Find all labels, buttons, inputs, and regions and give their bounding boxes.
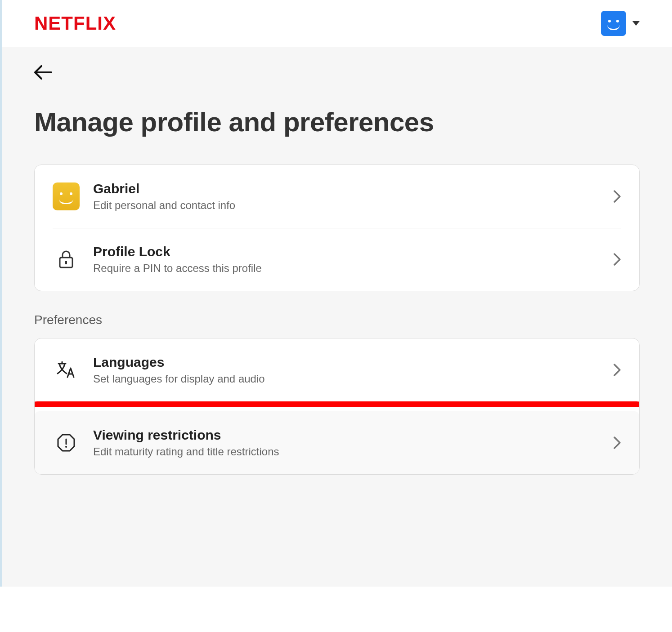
row-edit-profile[interactable]: Gabriel Edit personal and contact info bbox=[35, 165, 639, 228]
row-title: Gabriel bbox=[93, 181, 600, 196]
profile-card: Gabriel Edit personal and contact info P… bbox=[34, 165, 640, 291]
back-button[interactable] bbox=[34, 65, 52, 80]
row-subtitle: Set languages for display and audio bbox=[93, 373, 600, 385]
preferences-section-label: Preferences bbox=[34, 313, 640, 327]
row-languages[interactable]: Languages Set languages for display and … bbox=[35, 338, 639, 401]
warning-octagon-icon bbox=[53, 433, 80, 453]
row-text: Profile Lock Require a PIN to access thi… bbox=[93, 244, 600, 275]
current-profile-avatar bbox=[601, 11, 626, 36]
row-profile-lock[interactable]: Profile Lock Require a PIN to access thi… bbox=[35, 228, 639, 291]
chevron-right-icon bbox=[613, 363, 621, 377]
row-text: Languages Set languages for display and … bbox=[93, 355, 600, 385]
netflix-logo[interactable]: NETFLIX bbox=[34, 13, 116, 34]
row-subtitle: Edit personal and contact info bbox=[93, 199, 600, 212]
caret-down-icon bbox=[632, 21, 640, 26]
svg-rect-1 bbox=[65, 261, 67, 264]
preferences-card: Languages Set languages for display and … bbox=[34, 338, 640, 475]
row-viewing-restrictions[interactable]: Viewing restrictions Edit maturity ratin… bbox=[35, 411, 639, 474]
page-body: Manage profile and preferences Gabriel E… bbox=[2, 47, 672, 587]
viewing-restrictions-highlight: Viewing restrictions Edit maturity ratin… bbox=[34, 401, 640, 475]
row-title: Viewing restrictions bbox=[93, 427, 600, 443]
chevron-right-icon bbox=[613, 190, 621, 203]
row-text: Gabriel Edit personal and contact info bbox=[93, 181, 600, 212]
chevron-right-icon bbox=[613, 253, 621, 266]
row-subtitle: Require a PIN to access this profile bbox=[93, 262, 600, 275]
language-icon bbox=[53, 361, 80, 379]
lock-icon bbox=[53, 249, 80, 269]
app-header: NETFLIX bbox=[2, 0, 672, 47]
row-title: Profile Lock bbox=[93, 244, 600, 259]
chevron-right-icon bbox=[613, 436, 621, 450]
profile-avatar-icon bbox=[53, 182, 80, 210]
profile-menu[interactable] bbox=[601, 11, 640, 36]
page-title: Manage profile and preferences bbox=[34, 107, 640, 138]
row-title: Languages bbox=[93, 355, 600, 370]
row-text: Viewing restrictions Edit maturity ratin… bbox=[93, 427, 600, 458]
row-subtitle: Edit maturity rating and title restricti… bbox=[93, 445, 600, 458]
svg-point-4 bbox=[65, 446, 67, 448]
arrow-left-icon bbox=[34, 65, 52, 80]
